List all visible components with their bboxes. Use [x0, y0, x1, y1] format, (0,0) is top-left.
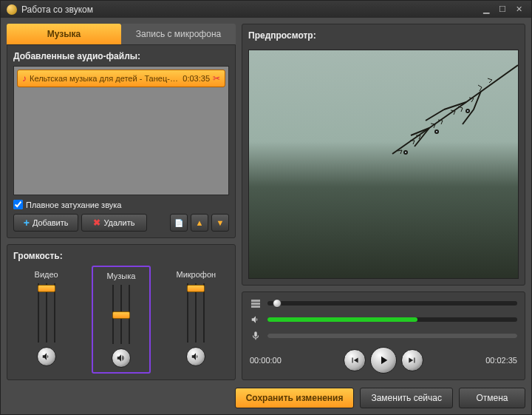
window-title: Работа со звуком [21, 4, 93, 15]
files-heading: Добавленные аудио-файлы: [13, 51, 229, 61]
volume-mic-col: Микрофон [166, 266, 225, 374]
footer-buttons: Сохранить изменения Заменить сейчас Отме… [7, 386, 525, 408]
play-icon [377, 354, 390, 367]
speaker-icon [250, 314, 262, 325]
x-icon: ✖ [93, 217, 100, 228]
volume-video-slider[interactable] [32, 283, 61, 343]
volume-panel: Громкость: Видео Музыка [7, 244, 236, 380]
playback-controls: 00:00:00 00:02:35 [242, 291, 525, 380]
file-name: Кельтская музыка для детей - Танец-Ht... [30, 74, 180, 83]
volume-video-label: Видео [35, 270, 58, 279]
close-button[interactable]: ✕ [512, 4, 525, 15]
volume-video-col: Видео [17, 266, 76, 374]
minimize-button[interactable]: ▁ [480, 4, 493, 15]
move-up-button[interactable]: ▲ [191, 214, 208, 232]
preview-branch-graphic [363, 58, 518, 169]
replace-now-button[interactable]: Заменить сейчас [360, 388, 453, 408]
volume-music-label: Музыка [107, 271, 136, 280]
preview-panel: Предпросмотр: [242, 24, 525, 286]
svg-point-0 [466, 109, 469, 112]
speaker-icon [191, 351, 201, 362]
skip-prev-icon [349, 355, 360, 365]
microphone-icon [250, 331, 262, 341]
preview-frame [249, 50, 518, 278]
preview-viewport[interactable] [248, 50, 519, 279]
app-icon [7, 4, 17, 15]
files-panel: Добавленные аудио-файлы: ♪ Кельтская муз… [7, 44, 236, 238]
trim-icon[interactable]: ✂ [213, 73, 220, 84]
svg-point-1 [435, 130, 438, 133]
source-tabs: Музыка Запись с микрофона [7, 24, 236, 44]
music-seek-slider[interactable] [267, 317, 517, 322]
speaker-icon [116, 353, 126, 363]
svg-point-2 [404, 151, 407, 154]
preview-heading: Предпросмотр: [248, 30, 519, 41]
mute-music-button[interactable] [112, 348, 131, 368]
next-button[interactable] [401, 349, 423, 371]
audio-file-list[interactable]: ♪ Кельтская музыка для детей - Танец-Ht.… [13, 66, 229, 195]
audio-editor-window: Работа со звуком ▁ ☐ ✕ Музыка Запись с м… [0, 0, 532, 415]
move-down-button[interactable]: ▼ [211, 214, 229, 232]
time-current: 00:00:00 [250, 356, 336, 365]
volume-heading: Громкость: [13, 251, 229, 261]
volume-music-slider[interactable] [106, 285, 136, 344]
audio-file-item[interactable]: ♪ Кельтская музыка для детей - Танец-Ht.… [17, 70, 225, 87]
file-duration: 0:03:35 [183, 74, 210, 83]
remove-file-button[interactable]: 📄 [170, 214, 188, 232]
add-button[interactable]: + Добавить [13, 214, 78, 232]
mute-mic-button[interactable] [186, 347, 205, 366]
mute-video-button[interactable] [37, 347, 56, 366]
volume-mic-label: Микрофон [177, 270, 216, 279]
tab-music[interactable]: Музыка [7, 24, 121, 44]
fade-checkbox[interactable] [13, 200, 23, 209]
arrow-down-icon: ▼ [216, 218, 225, 227]
video-seek-slider[interactable] [267, 301, 517, 306]
prev-button[interactable] [344, 349, 366, 371]
arrow-up-icon: ▲ [196, 218, 204, 227]
save-button[interactable]: Сохранить изменения [235, 388, 355, 408]
mic-seek-slider[interactable] [267, 334, 517, 338]
remove-file-icon: 📄 [174, 219, 183, 227]
volume-music-col: Музыка [92, 266, 151, 374]
fade-label: Плавное затухание звука [26, 200, 121, 209]
tab-microphone[interactable]: Запись с микрофона [121, 24, 236, 44]
skip-next-icon [407, 355, 417, 365]
cancel-button[interactable]: Отмена [459, 388, 525, 408]
delete-label: Удалить [103, 218, 134, 227]
volume-mic-slider[interactable] [181, 283, 211, 343]
titlebar[interactable]: Работа со звуком ▁ ☐ ✕ [1, 1, 531, 18]
time-total: 00:02:35 [431, 356, 517, 365]
plus-icon: + [24, 217, 30, 229]
add-label: Добавить [33, 218, 69, 227]
speaker-icon [41, 351, 52, 362]
fade-checkbox-row[interactable]: Плавное затухание звука [13, 200, 229, 209]
delete-button[interactable]: ✖ Удалить [81, 214, 146, 232]
music-note-icon: ♪ [22, 73, 27, 84]
maximize-button[interactable]: ☐ [496, 4, 509, 15]
filmstrip-icon [250, 298, 262, 308]
play-button[interactable] [370, 347, 397, 374]
